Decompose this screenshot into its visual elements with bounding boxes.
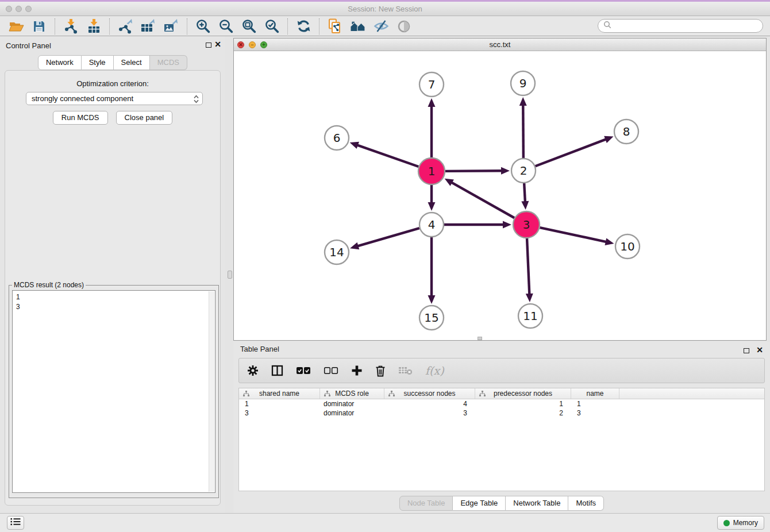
svg-text:3: 3 (523, 218, 530, 232)
tab-motifs[interactable]: Motifs (568, 496, 604, 511)
run-mcds-button[interactable]: Run MCDS (53, 111, 108, 125)
edge-2-3[interactable] (521, 183, 529, 210)
node-6[interactable]: 6 (325, 126, 349, 150)
split-panel-icon[interactable] (271, 365, 283, 376)
edge-4-14[interactable] (350, 228, 419, 249)
zoom-selected-icon[interactable] (263, 18, 280, 35)
network-window: scc.txt 7968124314101511 (233, 38, 767, 341)
edge-4-15[interactable] (428, 237, 436, 304)
select-all-columns-icon[interactable] (296, 367, 311, 375)
table-row[interactable]: 1dominator411 (239, 399, 764, 408)
node-8[interactable]: 8 (614, 119, 638, 144)
table-panel-title: Table Panel (240, 345, 279, 353)
node-9[interactable]: 9 (511, 71, 535, 95)
close-table-panel-icon[interactable] (756, 346, 763, 354)
search-input[interactable] (611, 21, 763, 30)
edge-2-9[interactable] (519, 97, 527, 158)
result-scrollbar[interactable] (209, 291, 214, 492)
svg-text:7: 7 (428, 78, 436, 91)
zoom-fit-icon[interactable] (240, 18, 257, 35)
network-zoom-icon[interactable] (260, 41, 267, 48)
node-15[interactable]: 15 (419, 306, 444, 330)
column-header-successor-nodes[interactable]: successor nodes (384, 388, 475, 399)
show-all-icon[interactable] (395, 18, 413, 35)
open-session-icon[interactable] (7, 18, 25, 35)
edge-1-4[interactable] (428, 185, 436, 211)
float-table-panel-icon[interactable] (744, 348, 749, 353)
float-panel-icon[interactable] (206, 43, 211, 48)
node-10[interactable]: 10 (615, 234, 640, 259)
table-options-icon[interactable] (247, 365, 259, 376)
export-table-icon[interactable] (140, 18, 157, 35)
edge-1-2[interactable] (445, 167, 510, 175)
cell[interactable]: 3 (384, 409, 475, 417)
zoom-out-icon[interactable] (217, 18, 234, 35)
add-column-icon[interactable] (351, 365, 363, 376)
tab-network-table[interactable]: Network Table (506, 496, 568, 511)
tab-mcds[interactable]: MCDS (150, 55, 187, 70)
cell[interactable]: 4 (384, 400, 475, 408)
import-table-icon[interactable] (85, 18, 102, 35)
cell[interactable]: 3 (239, 409, 320, 417)
table-row[interactable]: 3dominator323 (239, 408, 764, 418)
cell[interactable]: 2 (475, 409, 571, 417)
search-field[interactable] (598, 19, 763, 33)
network-minimize-icon[interactable] (249, 41, 256, 48)
export-image-icon[interactable] (163, 18, 180, 35)
tab-select[interactable]: Select (114, 55, 150, 70)
cell[interactable]: dominator (320, 400, 384, 408)
node-14[interactable]: 14 (325, 240, 349, 264)
tab-edge-table[interactable]: Edge Table (453, 496, 506, 511)
clone-network-icon[interactable] (326, 18, 344, 35)
cell[interactable]: 1 (475, 400, 571, 408)
cell[interactable]: 3 (571, 409, 619, 417)
node-11[interactable]: 11 (518, 304, 542, 328)
refresh-layout-icon[interactable] (295, 18, 312, 35)
unselect-all-columns-icon[interactable] (324, 367, 338, 375)
node-7[interactable]: 7 (419, 72, 444, 97)
tab-style[interactable]: Style (82, 55, 114, 70)
edge-1-7[interactable] (428, 98, 436, 157)
network-window-title: scc.txt (234, 38, 766, 51)
column-header-MCDS-role[interactable]: MCDS role (320, 388, 384, 399)
close-panel-icon[interactable] (214, 40, 221, 48)
network-window-titlebar: scc.txt (234, 38, 766, 51)
tab-network[interactable]: Network (38, 55, 82, 70)
network-canvas[interactable]: 7968124314101511 (234, 51, 766, 340)
import-network-icon[interactable] (62, 18, 79, 35)
node-1[interactable]: 1 (418, 158, 445, 184)
function-builder-icon[interactable]: f(x) (425, 364, 444, 377)
tab-node-table[interactable]: Node Table (399, 496, 453, 511)
delete-column-icon[interactable] (375, 365, 386, 377)
delete-table-icon[interactable] (398, 366, 413, 375)
hide-selected-icon[interactable] (372, 18, 390, 35)
zoom-in-icon[interactable] (194, 18, 211, 35)
export-network-icon[interactable] (117, 18, 134, 35)
network-close-icon[interactable] (237, 41, 244, 48)
edge-2-8[interactable] (536, 136, 614, 166)
node-2[interactable]: 2 (511, 159, 536, 183)
task-history-button[interactable] (7, 516, 24, 530)
column-header-predecessor-nodes[interactable]: predecessor nodes (475, 388, 571, 399)
cell[interactable]: 1 (239, 400, 320, 408)
mcds-result-box[interactable]: 1 3 (12, 290, 215, 493)
node-3[interactable]: 3 (513, 211, 540, 238)
save-session-icon[interactable] (30, 18, 48, 35)
close-panel-button[interactable]: Close panel (116, 111, 173, 125)
cell[interactable]: 1 (571, 400, 619, 408)
column-header-shared-name[interactable]: shared name (239, 388, 320, 399)
first-neighbors-icon[interactable] (349, 18, 367, 35)
table-body: 1dominator4113dominator323 (239, 399, 764, 418)
column-header-name[interactable]: name (571, 388, 619, 399)
node-4[interactable]: 4 (419, 213, 444, 237)
vertical-splitter-handle[interactable] (228, 271, 232, 279)
edge-1-6[interactable] (350, 142, 419, 167)
edge-3-11[interactable] (526, 238, 533, 302)
edge-3-10[interactable] (540, 228, 614, 245)
edge-4-3[interactable] (444, 221, 511, 229)
memory-button[interactable]: Memory (717, 516, 764, 530)
network-resize-grip[interactable] (478, 337, 482, 340)
optimization-dropdown[interactable]: strongly connected component (26, 92, 203, 105)
edge-3-1[interactable] (445, 179, 514, 218)
cell[interactable]: dominator (320, 409, 384, 417)
